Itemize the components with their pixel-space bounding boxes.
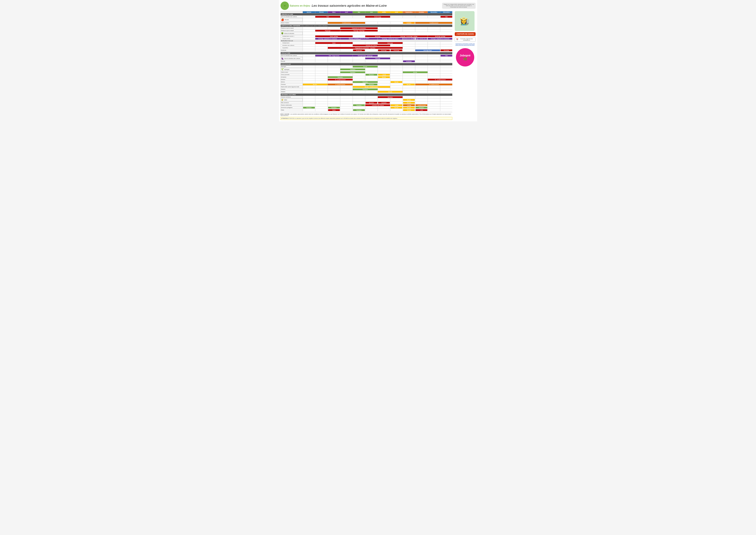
t-tb-3[interactable]: Semis [328,109,340,111]
t-ent-10[interactable] [415,44,428,47]
t-ch-1[interactable] [303,96,315,99]
t-c-2-3[interactable]: Arrachage - préparation de commandes [315,38,340,40]
t-v1-7[interactable] [378,54,390,57]
t-me-3[interactable] [328,81,340,83]
t-ec-1[interactable] [303,76,315,78]
t-v2-6-7[interactable]: Palissage [365,57,390,60]
t-cr-7[interactable] [378,71,390,73]
t-h-4-6[interactable]: Préparation de commandes [340,27,378,29]
t-cr-3[interactable] [328,71,340,73]
t-mi-1[interactable] [303,99,315,101]
t-mi-9[interactable]: Récolte [403,99,415,101]
t-v2-5[interactable] [353,57,365,60]
t-cp-3[interactable] [328,73,340,76]
t-tb-6[interactable] [365,109,378,111]
t-hor-1[interactable] [303,49,315,51]
t-mult-10[interactable] [415,42,428,44]
t-ec-2[interactable] [315,76,328,78]
t-hor-8[interactable]: Distançage [390,49,403,51]
t-v2-8[interactable] [390,57,403,60]
t-hor-6[interactable] [365,49,378,51]
t-mult-1[interactable] [303,42,315,44]
t-ms-11[interactable] [428,101,440,104]
t-sp-12[interactable] [440,106,452,109]
t-en-2[interactable] [315,78,328,81]
t-vr-9[interactable]: Vendanges [403,60,415,63]
t-pm-12[interactable] [440,104,452,106]
t-a1-7[interactable] [378,66,390,68]
t-tb-7[interactable] [378,109,390,111]
t-mi-2[interactable] [315,99,328,101]
t-vr-2[interactable] [315,60,328,63]
t-cr-2[interactable] [315,71,328,73]
t-h2-9[interactable] [403,29,415,32]
t-pm-6-7[interactable]: - entretiens des cultures [365,104,390,106]
t-m1-2-4[interactable]: Semis- greffage [315,35,353,38]
t-ms-7[interactable]: Castration [378,101,390,104]
t-ec-5[interactable] [353,76,365,78]
t-mult-2-4[interactable]: Semis [315,42,353,44]
t-v2-4[interactable] [340,57,353,60]
anticipe-button[interactable]: J'ANTICIPE MA SAISON [455,32,475,36]
t-h2-1[interactable] [303,29,315,32]
t-mi-8[interactable] [390,99,403,101]
t-tb-10[interactable]: - et tri [415,109,428,111]
t-sb-6[interactable] [365,91,378,93]
t-cr-11[interactable] [428,71,440,73]
t-ms-1[interactable] [303,101,315,104]
t-mi-5[interactable] [353,99,365,101]
t-h-2[interactable] [315,27,328,29]
t-me-12[interactable] [440,81,452,83]
t-ch-3[interactable] [328,96,340,99]
t-ra-9[interactable] [403,86,415,88]
t-cp-12[interactable] [440,73,452,76]
t-sa-9[interactable] [403,88,415,91]
t-po-9[interactable]: Récolte - [403,83,415,86]
task-arbo-recolte-all[interactable] [303,18,452,22]
task-arbo-jan[interactable] [303,15,315,18]
t-en-6[interactable] [365,78,378,81]
t-exp-11[interactable] [428,47,440,49]
task-station-feb[interactable] [315,22,328,24]
t-ch-11[interactable] [428,96,440,99]
t-m1-10-12[interactable]: Bouturage- greffage [428,35,452,38]
t-sp-8[interactable]: Récolte [390,106,403,109]
t-a2-4-5[interactable]: Plantation [340,68,365,71]
t-cp-11[interactable] [428,73,440,76]
t-exp-1[interactable] [303,47,315,49]
t-ec-10[interactable] [415,76,428,78]
t-ms-8[interactable] [390,101,403,104]
t-mult-5[interactable] [353,42,365,44]
t-tb-9[interactable]: Récolte [403,109,415,111]
task-station-sep[interactable]: Cueillette [403,22,415,24]
t-mi-10[interactable] [415,99,428,101]
t-ra-1[interactable] [303,86,315,88]
t-h-9[interactable] [403,27,415,29]
t-sa-4[interactable] [340,88,353,91]
t-pm-11[interactable] [428,104,440,106]
t-po-6[interactable]: Plantation [365,83,378,86]
t-me-7[interactable] [378,81,390,83]
t-mi-7[interactable] [378,99,390,101]
t-hor-3[interactable] [328,49,340,51]
t-arbres-all[interactable] [303,32,452,35]
t-exp-12[interactable] [440,47,452,49]
t-v1-10[interactable] [415,54,428,57]
task-station-jul[interactable] [378,22,390,24]
t-cr-1[interactable] [303,71,315,73]
task-arbo-dec[interactable]: Taille [440,15,452,18]
t-exp-2[interactable] [315,47,328,49]
t-a2-10[interactable] [415,68,428,71]
t-cp-8[interactable] [390,73,403,76]
t-sb-1[interactable] [303,91,315,93]
t-ch-7-8[interactable]: Epuration [378,96,403,99]
t-a2-12[interactable] [440,68,452,71]
t-cp-9[interactable] [403,73,415,76]
t-ch-5[interactable] [353,96,365,99]
t-sp-6[interactable] [365,106,378,109]
t-a2-6[interactable] [365,68,378,71]
t-pm-10[interactable]: - conditionnement [415,104,428,106]
t-vr-8[interactable] [390,60,403,63]
t-po-3-4[interactable]: et conditionnement [328,83,353,86]
t-v2-9[interactable] [403,57,415,60]
